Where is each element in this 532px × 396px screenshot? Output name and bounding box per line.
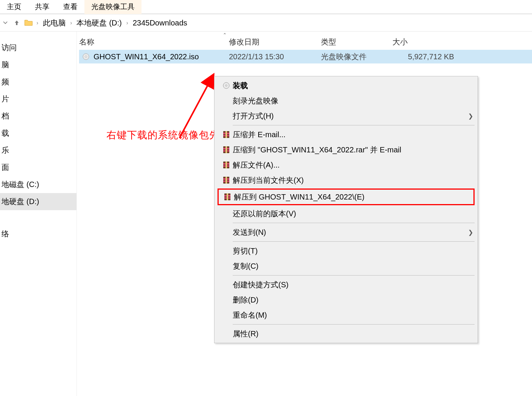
sidebar-item[interactable]: 频 — [0, 73, 76, 90]
sidebar-item[interactable]: 地磁盘 (C:) — [0, 176, 76, 193]
context-menu-label: 打开方式(H) — [233, 111, 464, 121]
file-row[interactable]: GHOST_WIN11_X64_2022.iso 2022/1/13 15:30… — [79, 50, 532, 63]
chevron-right-icon: ❯ — [464, 112, 477, 120]
file-type: 光盘映像文件 — [321, 52, 392, 62]
context-menu-label: 还原以前的版本(V) — [233, 209, 477, 219]
context-menu-label: 删除(D) — [233, 295, 477, 305]
context-menu-separator — [233, 241, 475, 242]
svg-rect-17 — [226, 162, 227, 168]
context-menu-label: 复制(C) — [233, 261, 477, 271]
column-headers: 名称 修改日期 类型 大小 — [77, 32, 532, 50]
column-header-size[interactable]: 大小 — [392, 37, 457, 50]
sidebar-item[interactable]: 地硬盘 (D:) — [0, 193, 76, 210]
up-button-icon[interactable] — [11, 17, 22, 29]
context-menu-item[interactable]: 解压文件(A)... — [215, 157, 477, 173]
context-menu-separator — [233, 125, 475, 125]
sidebar-item[interactable]: 乐 — [0, 142, 76, 159]
context-menu-item[interactable]: 压缩到 "GHOST_WIN11_X64_2022.rar" 并 E-mail — [215, 142, 477, 157]
sidebar-item[interactable]: 档 — [0, 108, 76, 125]
sidebar-item[interactable]: 片 — [0, 90, 76, 108]
rar-icon — [220, 161, 233, 169]
context-menu-item[interactable]: 剪切(T) — [215, 243, 477, 258]
disc-file-icon — [82, 53, 90, 60]
crumb-folder[interactable]: 2345Downloads — [130, 18, 189, 28]
context-menu-label: 压缩并 E-mail... — [233, 130, 477, 140]
context-menu-label: 装载 — [233, 81, 477, 91]
column-header-type[interactable]: 类型 — [321, 37, 392, 50]
context-menu-item[interactable]: 解压到 GHOST_WIN11_X64_2022\(E) — [219, 190, 473, 204]
tab-view[interactable]: 查看 — [56, 0, 84, 14]
chevron-right-icon: ❯ — [464, 229, 477, 236]
context-menu-item[interactable]: 压缩并 E-mail... — [215, 127, 477, 142]
column-header-date[interactable]: 修改日期 — [229, 37, 321, 50]
svg-rect-21 — [226, 177, 227, 184]
address-bar[interactable]: › 此电脑 › 本地硬盘 (D:) › 2345Downloads — [23, 17, 532, 29]
context-menu-item[interactable]: 还原以前的版本(V) — [215, 206, 477, 221]
context-menu-label: 刻录光盘映像 — [233, 96, 477, 106]
svg-rect-25 — [227, 193, 228, 200]
disc-icon — [220, 82, 233, 89]
svg-point-5 — [226, 85, 227, 86]
svg-rect-13 — [226, 146, 227, 153]
context-menu-item[interactable]: 刻录光盘映像 — [215, 93, 477, 108]
context-menu-label: 属性(R) — [233, 329, 477, 339]
sidebar-item[interactable]: 载 — [0, 125, 76, 142]
sidebar-item[interactable]: 络 — [0, 225, 76, 242]
folder-icon — [24, 19, 33, 27]
context-menu-item[interactable]: 重命名(M) — [215, 307, 477, 323]
context-menu-item[interactable]: 解压到当前文件夹(X) — [215, 173, 477, 188]
context-menu-label: 解压到当前文件夹(X) — [233, 175, 477, 185]
sidebar-item[interactable]: 访问 — [0, 39, 76, 56]
file-name: GHOST_WIN11_X64_2022.iso — [94, 52, 199, 61]
sidebar-item[interactable]: 面 — [0, 159, 76, 176]
context-menu-label: 创建快捷方式(S) — [233, 280, 477, 290]
ribbon-tabs: 主页 共享 查看 光盘映像工具 — [0, 0, 532, 14]
rar-icon — [220, 176, 233, 184]
crumb-drive[interactable]: 本地硬盘 (D:) — [74, 17, 124, 29]
highlighted-menu-item: 解压到 GHOST_WIN11_X64_2022\(E) — [218, 188, 475, 205]
rar-icon — [220, 146, 233, 154]
chevron-right-icon[interactable]: › — [125, 20, 130, 26]
tab-home[interactable]: 主页 — [0, 0, 28, 14]
context-menu-item[interactable]: 属性(R) — [215, 326, 477, 341]
rar-icon — [220, 130, 233, 139]
context-menu-label: 发送到(N) — [233, 227, 464, 238]
crumb-this-pc[interactable]: 此电脑 — [41, 17, 68, 29]
file-date: 2022/1/13 15:30 — [229, 52, 321, 61]
context-menu-item[interactable]: 复制(C) — [215, 258, 477, 274]
svg-point-1 — [85, 56, 87, 57]
rar-icon — [221, 193, 234, 201]
sort-indicator-icon: ⌃ — [223, 32, 227, 38]
context-menu-item[interactable]: 装载 — [215, 78, 477, 93]
chevron-right-icon[interactable]: › — [35, 20, 40, 26]
sidebar-item[interactable]: 脑 — [0, 56, 76, 73]
context-menu-separator — [233, 223, 475, 223]
context-menu-label: 压缩到 "GHOST_WIN11_X64_2022.rar" 并 E-mail — [233, 145, 477, 155]
context-menu-item[interactable]: 创建快捷方式(S) — [215, 277, 477, 292]
context-menu-label: 重命名(M) — [233, 310, 477, 320]
context-menu-label: 解压文件(A)... — [233, 160, 477, 170]
sidebar: 访问脑频片档载乐面地磁盘 (C:)地硬盘 (D:)络 — [0, 32, 77, 396]
context-menu-label: 解压到 GHOST_WIN11_X64_2022\(E) — [234, 192, 473, 202]
context-menu-separator — [233, 324, 475, 325]
context-menu-separator — [233, 275, 475, 276]
file-size: 5,927,712 KB — [392, 52, 457, 61]
tab-disc-image-tools[interactable]: 光盘映像工具 — [84, 0, 141, 14]
history-dropdown-icon[interactable] — [0, 17, 11, 29]
context-menu-item[interactable]: 发送到(N)❯ — [215, 225, 477, 240]
chevron-right-icon[interactable]: › — [69, 20, 74, 26]
column-header-name[interactable]: 名称 — [79, 37, 229, 50]
tab-share[interactable]: 共享 — [28, 0, 56, 14]
context-menu: 装载刻录光盘映像打开方式(H)❯压缩并 E-mail...压缩到 "GHOST_… — [214, 76, 478, 343]
svg-rect-9 — [226, 131, 227, 138]
breadcrumb: › 此电脑 › 本地硬盘 (D:) › 2345Downloads — [35, 17, 189, 29]
context-menu-label: 剪切(T) — [233, 246, 477, 256]
context-menu-item[interactable]: 删除(D) — [215, 292, 477, 307]
navigation-bar: › 此电脑 › 本地硬盘 (D:) › 2345Downloads — [0, 14, 532, 31]
context-menu-item[interactable]: 打开方式(H)❯ — [215, 108, 477, 124]
